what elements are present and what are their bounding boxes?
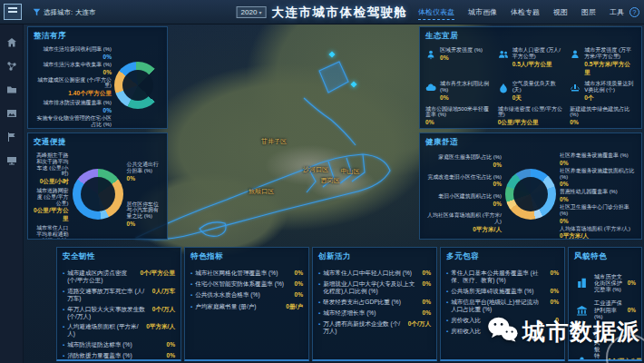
- chart-label-item: 居住区停车位与小汽车拥有量之比 (%)0%: [127, 201, 162, 227]
- chart-value: 1.40个/平方公里: [34, 90, 112, 98]
- indicator-label: 城市防洪堤防达标率 (%): [67, 341, 160, 348]
- bullet-icon: ▪: [63, 307, 64, 313]
- indicator-value: 0%: [166, 341, 175, 348]
- chart-label-item: 公共交通出行分担率 (%)0%: [127, 162, 162, 182]
- chart-label-item: 人均体育场地面积 (平方米/人)0平方米/人: [560, 226, 636, 240]
- indicator-row: ▪研发经费支出占GDP比重 (%)0%: [318, 299, 431, 306]
- indicator-label: 研发经费支出占GDP比重 (%): [323, 299, 415, 306]
- nav-item-视图[interactable]: 视图: [553, 5, 568, 19]
- chart-value: 0%: [34, 54, 112, 60]
- indicator-value: 0%: [294, 280, 303, 288]
- indicator-value: 0个/平方公里: [141, 270, 175, 277]
- folder-icon[interactable]: [6, 84, 17, 95]
- bullet-icon: ▪: [446, 270, 448, 277]
- wechat-icon: [487, 316, 518, 347]
- stat-value: 0天: [512, 94, 564, 103]
- nav-item-体检仪表盘[interactable]: 体检仪表盘: [418, 5, 454, 20]
- sidebar-toggle-button[interactable]: [4, 4, 22, 20]
- personpin-icon: [425, 47, 436, 64]
- indicator-value: 0%: [422, 309, 431, 317]
- icon-indicator-row: 城市历史文化街区保护完整率 (%)0%: [574, 273, 636, 292]
- top-bar: 选择城市: 大连市 2020 ▾ 大连市城市体检驾驶舱 体检仪表盘城市画像体检专…: [0, 0, 644, 25]
- bullet-icon: ▪: [63, 342, 64, 348]
- indicator-row: ▪年万人口较大火灾事故发生数 (个/万人)0个/万人: [63, 306, 175, 320]
- chart-label: 城市排水防涝设施覆盖率 (%): [34, 100, 112, 106]
- panel-jiaotong-bianjie: 交通便捷 高峰期主干路和次干路平均车速 (公里/小时)0公里/小时城市道路网密度…: [27, 132, 168, 240]
- chart-label: 人均体育场地面积 (平方米/人): [560, 226, 636, 232]
- chart-value: 0%: [34, 128, 112, 129]
- chart-value: 0公里/平方公里: [34, 207, 69, 223]
- help-icon[interactable]: ?: [629, 7, 639, 17]
- indicator-value: 0个/万人: [408, 320, 431, 328]
- stat-item: 城市再生水利用比例 (%)0%: [425, 79, 492, 103]
- city-filter-label: 选择城市:: [44, 8, 73, 17]
- indicator-label: 住宅小区智能安防体系覆盖率 (%): [195, 280, 288, 288]
- chart-label-item: 高峰期主干路和次干路平均车速 (公里/小时)0公里/小时: [34, 152, 69, 186]
- bullet-icon: ▪: [446, 299, 448, 306]
- stat-value: 0%: [570, 119, 636, 125]
- dashboard-stage: 甘井子区沙河口区西岗区中山区旅顺口区 选择城市: 大连市 2020 ▾ 大连市城…: [0, 0, 644, 363]
- chart-label-item: 城市生活污水集中收集率 (%)0%: [34, 62, 112, 75]
- indicator-row: ▪城市建成区内涝点密度 (个/平方公里)0个/平方公里: [63, 270, 175, 284]
- stat-value: 0%: [440, 54, 483, 61]
- indicator-row: ▪人均避难场所面积 (平方米/人)0平方米/人: [63, 323, 175, 338]
- city-filter[interactable]: 选择城市: 大连市: [33, 0, 96, 25]
- bullet-icon: ▪: [190, 270, 192, 277]
- people-icon: [498, 47, 509, 64]
- district-label: 西岗区: [321, 176, 340, 185]
- chart-value: 0公里/小时: [34, 178, 69, 186]
- panel-title: 创新活力: [313, 248, 436, 264]
- panel-jiankang-shushi: 健康舒适 家庭医生服务团队占比 (%)0%完成改造老旧小区住宅占比 (%)0%老…: [419, 132, 642, 240]
- nodes-icon[interactable]: [6, 61, 17, 72]
- indicator-row: ▪城市信息平台(地级以上)登记流动人口占比重 (%)0%: [446, 299, 559, 313]
- flag-icon[interactable]: [6, 132, 17, 142]
- chart-label: 家庭医生服务团队占比 (%): [425, 154, 502, 161]
- chart-label: 公共交通出行分担率 (%): [127, 162, 162, 174]
- indicator-value: 0%: [550, 299, 559, 306]
- home-icon[interactable]: [6, 37, 17, 48]
- chart-label-item: 完成改造老旧小区住宅占比 (%)0%: [425, 174, 502, 188]
- droplet-icon: [498, 81, 509, 97]
- chart-label-item: 社区养老服务设施覆盖率 (%)0%: [560, 152, 636, 166]
- panel-zhengjie-youxu: 整洁有序 城市生活垃圾回收利用率 (%)0%城市生活污水集中收集率 (%)0%城…: [27, 26, 168, 129]
- indicator-row: ▪常住人口基本公共服务覆盖率 (社保、医疗、教育) (%)0%: [446, 270, 559, 284]
- nav-item-体检专题[interactable]: 体检专题: [511, 5, 540, 19]
- panel-title: 整洁有序: [28, 27, 167, 44]
- bullet-icon: ▪: [318, 270, 320, 277]
- panel-anquan-renxing: 安全韧性 ▪城市建成区内涝点密度 (个/平方公里)0个/平方公里▪道路交通事故万…: [56, 247, 181, 361]
- indicator-label: 万人拥有高新技术企业数 (个/万人): [323, 320, 402, 335]
- year-select[interactable]: 2020 ▾: [237, 6, 267, 18]
- panel-title: 多元包容: [441, 248, 564, 264]
- indicator-label: 常住人口基本公共服务覆盖率 (社保、医疗、教育) (%): [451, 270, 543, 284]
- person-icon: [570, 47, 581, 64]
- stat-item: 城市绿道密度 (公里/平方公里)0公里/平方公里: [498, 104, 564, 128]
- nav-item-工具[interactable]: 工具: [610, 5, 624, 19]
- chart-label: 城市道路网密度 (公里/平方公里): [34, 188, 69, 206]
- image-icon[interactable]: [6, 108, 17, 119]
- sidebar-icon-rail: [0, 25, 24, 363]
- indicator-label: 城市常住人口中年轻人口比例 (%): [323, 270, 415, 277]
- hamburger-icon: [8, 11, 17, 13]
- jiankang-donut-chart: [505, 169, 556, 220]
- nav-item-图层[interactable]: 图层: [581, 5, 596, 19]
- jiaotong-donut-chart: [73, 169, 123, 220]
- indicator-value: 0册/户: [286, 303, 303, 310]
- zhengjie-donut-chart: [114, 62, 161, 109]
- city-value: 大连市: [75, 8, 96, 17]
- indicator-row: ▪城市防洪堤防达标率 (%)0%: [63, 341, 175, 348]
- chart-label: 城市生活垃圾回收利用率 (%): [34, 46, 112, 53]
- year-value: 2020: [241, 8, 258, 16]
- chart-label-item: 城市建成区公厕密度 (个/平方公里)1.40个/平方公里: [34, 77, 112, 99]
- nav-item-城市画像[interactable]: 城市画像: [468, 5, 497, 19]
- stat-value: 0.5人/平方公里: [512, 61, 564, 69]
- indicator-label: 消防救援力量覆盖率 (%): [67, 352, 160, 359]
- stat-value: 0公里/平方公里: [498, 119, 564, 127]
- monitor-icon[interactable]: [6, 155, 17, 166]
- panel-tese-zhibiao: 特色指标 ▪城市社区网格化管理覆盖率 (%)0%▪住宅小区智能安防体系覆盖率 (…: [184, 247, 309, 361]
- chevron-down-icon: ▾: [259, 9, 261, 15]
- bullet-icon: ▪: [63, 324, 64, 330]
- chart-label-item: 人均社区体育场地面积 (平方米/人)0平方米/人: [425, 212, 502, 234]
- indicator-value: 0%: [422, 280, 431, 288]
- chart-value: 0%: [127, 175, 162, 182]
- bullet-icon: ▪: [446, 289, 448, 295]
